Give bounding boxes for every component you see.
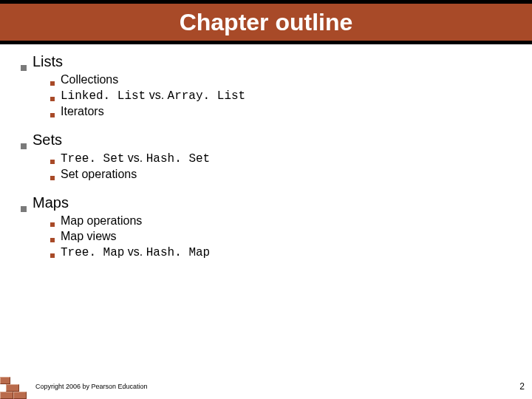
square-bullet-icon — [50, 81, 55, 86]
square-bullet-icon — [50, 160, 55, 164]
section-heading-text: Sets — [33, 132, 62, 149]
list-item: Map operations — [50, 214, 511, 228]
section-heading-text: Lists — [33, 53, 63, 70]
section-heading: Sets — [21, 132, 511, 149]
section-sublist: Map operationsMap viewsTree. Map vs. Has… — [50, 214, 511, 259]
slide-title: Chapter outline — [180, 9, 353, 36]
list-item-text: Tree. Map vs. Hash. Map — [61, 245, 210, 259]
list-item-text: Set operations — [61, 168, 137, 181]
slide-content: ListsCollectionsLinked. List vs. Array. … — [0, 44, 532, 259]
list-item: Iterators — [50, 105, 511, 118]
section-sublist: Tree. Set vs. Hash. SetSet operations — [50, 151, 511, 181]
section-sublist: CollectionsLinked. List vs. Array. ListI… — [50, 73, 511, 118]
list-item-text: Tree. Set vs. Hash. Set — [61, 151, 210, 166]
square-bullet-icon — [50, 97, 55, 101]
title-bar: Chapter outline — [0, 0, 532, 44]
square-bullet-icon — [50, 113, 55, 117]
square-bullet-icon — [50, 253, 55, 258]
list-item-text: Iterators — [61, 105, 104, 118]
list-item: Set operations — [50, 168, 511, 181]
title-bar-inner: Chapter outline — [0, 4, 532, 41]
list-item: Linked. List vs. Array. List — [50, 89, 511, 103]
list-item-text: Linked. List vs. Array. List — [61, 89, 245, 103]
list-item-text: Map operations — [61, 214, 142, 228]
square-bullet-icon — [50, 176, 55, 180]
page-number: 2 — [519, 381, 525, 392]
list-item: Tree. Set vs. Hash. Set — [50, 151, 511, 166]
copyright-footer: Copyright 2006 by Pearson Education — [35, 383, 148, 390]
square-bullet-icon — [21, 65, 27, 71]
list-item-text: Map views — [61, 230, 117, 243]
square-bullet-icon — [21, 143, 27, 149]
section-heading-text: Maps — [33, 194, 69, 211]
brick-decoration — [0, 372, 30, 399]
section-heading: Lists — [21, 53, 511, 70]
list-item: Map views — [50, 230, 511, 243]
list-item-text: Collections — [61, 73, 118, 86]
section-heading: Maps — [21, 194, 511, 211]
square-bullet-icon — [21, 206, 27, 212]
square-bullet-icon — [50, 238, 55, 242]
list-item: Tree. Map vs. Hash. Map — [50, 245, 511, 259]
list-item: Collections — [50, 73, 511, 86]
square-bullet-icon — [50, 222, 55, 227]
